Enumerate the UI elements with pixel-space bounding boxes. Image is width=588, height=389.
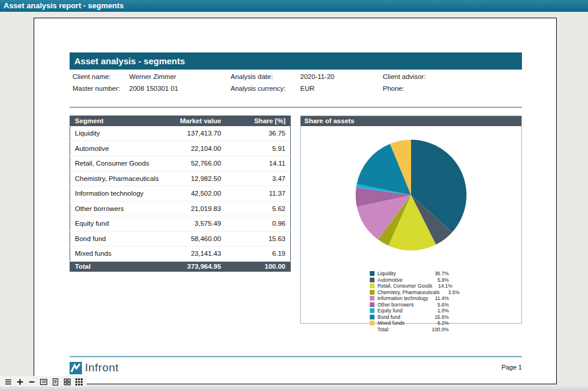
fit-width-view-button[interactable]: [38, 377, 50, 387]
market-value-cell: 3,575.49: [164, 216, 226, 232]
menu-button[interactable]: [2, 377, 14, 387]
table-row: Liquidity137,413.7036.75: [70, 126, 291, 141]
legend-swatch: [370, 278, 375, 282]
segment-cell: Retail, Consumer Goods: [70, 156, 165, 172]
analysis-date-label: Analysis date:: [231, 73, 273, 80]
client-info-block: Client name: Werner Zimmer Master number…: [70, 70, 522, 104]
viewer-toolbar: [0, 376, 87, 387]
legend-value: 11.4%: [429, 295, 449, 301]
legend-label: Retail, Consumer Goods: [377, 283, 432, 289]
segment-cell: Automotive: [70, 141, 165, 156]
menu-icon: [4, 378, 12, 386]
window-title: Asset analysis report - segments: [4, 1, 124, 10]
fit-width-view-icon: [40, 378, 48, 386]
table-total-row: Total373,964.95100.00: [70, 261, 291, 271]
table-row: Equity fund3,575.490.96: [70, 216, 291, 232]
legend-item: Bond fund15.6%: [370, 314, 449, 320]
market-value-cell: 22,104.00: [164, 141, 226, 156]
legend-label: Automotive: [377, 277, 429, 283]
share-cell: 5.62: [226, 201, 291, 216]
segment-cell: Equity fund: [70, 216, 165, 232]
share-cell: 5.91: [226, 141, 291, 156]
bottom-strip: [0, 387, 588, 389]
client-name-value: Werner Zimmer: [129, 73, 176, 80]
legend-value: 15.6%: [429, 314, 449, 320]
legend-value: 1.0%: [429, 308, 449, 314]
legend-swatch: [370, 302, 375, 307]
legend-item: Chemistry, Pharmaceuticals3.5%: [370, 289, 449, 295]
legend-swatch: [370, 327, 375, 332]
grid-3x3-view-icon: [75, 378, 83, 386]
market-value-cell: 52,766.00: [164, 156, 226, 172]
col-header-market-value: Market value: [164, 116, 226, 126]
segment-cell: Bond fund: [70, 231, 165, 246]
pie-legend: Liquidity36.7%Automotive5.9%Retail, Cons…: [370, 271, 449, 332]
legend-item: Information technology11.4%: [370, 295, 449, 301]
pie-chart: [301, 126, 521, 271]
share-cell: 14.11: [226, 156, 291, 172]
legend-value: 5.9%: [429, 277, 449, 283]
segment-cell: Information technology: [70, 186, 165, 202]
zoom-in-button[interactable]: [14, 377, 26, 387]
legend-item: Retail, Consumer Goods14.1%: [370, 283, 449, 289]
zoom-out-button[interactable]: [26, 377, 38, 387]
total-label-cell: Total: [70, 261, 165, 271]
legend-item: Automotive5.9%: [370, 277, 449, 283]
legend-value: 14.1%: [432, 283, 452, 289]
table-row: Automotive22,104.005.91: [70, 141, 291, 156]
table-row: Other borrowers21,019.835.62: [70, 201, 291, 216]
segment-cell: Liquidity: [70, 126, 165, 141]
legend-swatch: [370, 321, 375, 325]
legend-item: Equity fund1.0%: [370, 308, 449, 314]
market-value-cell: 137,413.70: [164, 126, 226, 141]
market-value-cell: 23,141.43: [164, 246, 226, 262]
client-name-label: Client name:: [73, 73, 111, 80]
master-number-label: Master number:: [73, 85, 120, 92]
report-title: Asset analysis - segments: [74, 56, 185, 66]
legend-label: Other borrowers: [377, 302, 429, 308]
legend-item: Liquidity36.7%: [370, 271, 449, 276]
segment-cell: Chemistry, Pharmaceuticals: [70, 171, 165, 186]
grid-2x2-view-icon: [63, 378, 71, 386]
legend-label: Information technology: [377, 295, 429, 301]
header-divider: [70, 107, 522, 108]
legend-swatch: [370, 308, 375, 313]
infront-logo-icon: [70, 362, 82, 374]
share-cell: 36.75: [226, 126, 291, 141]
chart-panel-title: Share of assets: [301, 116, 521, 126]
legend-label: Total:: [377, 327, 429, 332]
share-cell: 11.37: [226, 186, 291, 202]
table-row: Mixed funds23,141.436.19: [70, 246, 291, 262]
page-number: Page 1: [463, 364, 522, 371]
footer-divider: [70, 356, 522, 357]
legend-label: Chemistry, Pharmaceuticals: [377, 289, 439, 295]
legend-swatch: [370, 271, 375, 276]
segments-table: Segment Market value Share [%] Liquidity…: [70, 116, 291, 272]
segment-cell: Other borrowers: [70, 201, 165, 216]
legend-item: Total:100.0%: [370, 327, 449, 332]
phone-label: Phone:: [383, 85, 404, 92]
legend-label: Liquidity: [377, 271, 429, 276]
legend-swatch: [370, 315, 375, 319]
share-cell: 0.96: [226, 216, 291, 232]
grid-3x3-view-button[interactable]: [73, 377, 85, 387]
col-header-share: Share [%]: [226, 116, 291, 126]
fit-page-view-button[interactable]: [50, 377, 61, 387]
legend-label: Equity fund: [377, 308, 429, 314]
table-row: Information technology42,502.0011.37: [70, 186, 291, 202]
legend-swatch: [370, 283, 375, 288]
zoom-in-icon: [16, 378, 24, 386]
share-cell: 6.19: [226, 246, 291, 262]
analysis-currency-label: Analysis currency:: [231, 85, 285, 92]
legend-item: Mixed funds6.2%: [370, 320, 449, 326]
legend-item: Other borrowers5.6%: [370, 302, 449, 308]
market-value-cell: 42,502.00: [164, 186, 226, 202]
fit-page-view-icon: [51, 378, 60, 386]
report-title-bar: Asset analysis - segments: [70, 52, 522, 70]
grid-2x2-view-button[interactable]: [61, 377, 73, 387]
legend-value: 100.0%: [429, 327, 449, 332]
legend-swatch: [370, 290, 375, 295]
brand-logo: Infront: [70, 361, 119, 374]
col-header-segment: Segment: [70, 116, 165, 126]
market-value-cell: 12,982.50: [164, 171, 226, 186]
